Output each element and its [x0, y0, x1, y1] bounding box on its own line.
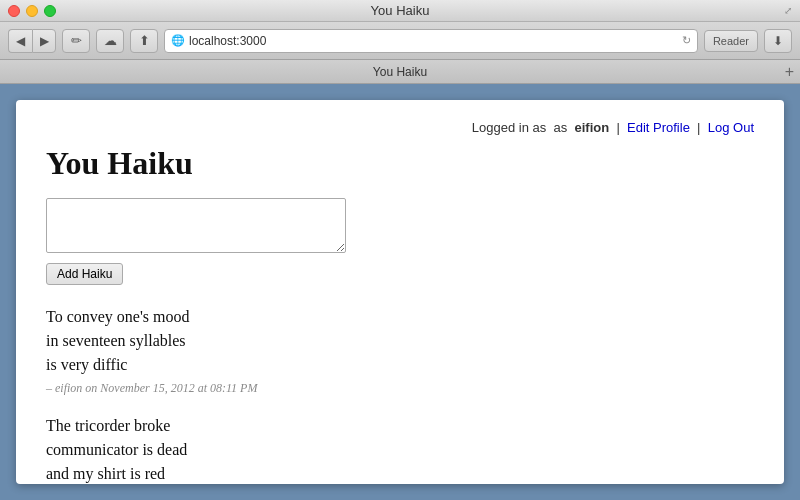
haiku-text-2: The tricorder broke communicator is dead… [46, 414, 754, 484]
haiku-2-line3: and my shirt is red [46, 465, 165, 482]
edit-profile-link[interactable]: Edit Profile [627, 120, 690, 135]
minimize-button[interactable] [26, 5, 38, 17]
reader-button[interactable]: Reader [704, 30, 758, 52]
browser-window: Logged in as as eifion | Edit Profile | … [16, 100, 784, 484]
top-bar: Logged in as as eifion | Edit Profile | … [46, 120, 754, 135]
back-icon: ◀ [16, 34, 25, 48]
share-button[interactable]: ⬆ [130, 29, 158, 53]
page-content: Logged in as as eifion | Edit Profile | … [16, 100, 784, 484]
reader-label: Reader [713, 35, 749, 47]
logged-in-label: Logged in as [472, 120, 546, 135]
globe-icon: 🌐 [171, 34, 185, 47]
tab-bar: You Haiku + [0, 60, 800, 84]
logged-in-text: Logged in as as eifion | Edit Profile | … [472, 120, 754, 135]
traffic-lights [8, 5, 56, 17]
share-icon: ⬆ [139, 33, 150, 48]
haiku-meta-1: – eifion on November 15, 2012 at 08:11 P… [46, 381, 754, 396]
browser-toolbar: ◀ ▶ ✏ ☁ ⬆ 🌐 ↻ Reader ⬇ [0, 22, 800, 60]
bookmark-button[interactable]: ✏ [62, 29, 90, 53]
haiku-1-line2: in seventeen syllables [46, 332, 186, 349]
title-bar: You Haiku ⤢ [0, 0, 800, 22]
add-haiku-button[interactable]: Add Haiku [46, 263, 123, 285]
close-button[interactable] [8, 5, 20, 17]
cloud-button[interactable]: ☁ [96, 29, 124, 53]
window-title: You Haiku [371, 3, 430, 18]
forward-button[interactable]: ▶ [32, 29, 56, 53]
haiku-2-line1: The tricorder broke [46, 417, 170, 434]
forward-icon: ▶ [40, 34, 49, 48]
haiku-entry-2: The tricorder broke communicator is dead… [46, 414, 754, 484]
haiku-entry-1: To convey one's mood in seventeen syllab… [46, 305, 754, 396]
separator1: | [616, 120, 619, 135]
haiku-textarea[interactable] [46, 198, 346, 253]
address-bar[interactable]: 🌐 ↻ [164, 29, 698, 53]
nav-back-forward: ◀ ▶ [8, 29, 56, 53]
resize-icon: ⤢ [784, 5, 792, 16]
haiku-2-line2: communicator is dead [46, 441, 187, 458]
username: eifion [574, 120, 609, 135]
haiku-1-line1: To convey one's mood [46, 308, 190, 325]
haiku-1-line3: is very diffic [46, 356, 127, 373]
new-tab-button[interactable]: + [785, 64, 794, 80]
page-title: You Haiku [46, 145, 754, 182]
maximize-button[interactable] [44, 5, 56, 17]
url-input[interactable] [189, 34, 678, 48]
separator2: | [697, 120, 700, 135]
log-out-link[interactable]: Log Out [708, 120, 754, 135]
cloud-icon: ☁ [104, 33, 117, 48]
refresh-icon[interactable]: ↻ [682, 34, 691, 47]
download-button[interactable]: ⬇ [764, 29, 792, 53]
tab-title: You Haiku [373, 65, 427, 79]
haiku-text-1: To convey one's mood in seventeen syllab… [46, 305, 754, 377]
bookmark-icon: ✏ [71, 33, 82, 48]
back-button[interactable]: ◀ [8, 29, 32, 53]
page-area: Logged in as as eifion | Edit Profile | … [0, 84, 800, 500]
download-icon: ⬇ [773, 34, 783, 48]
